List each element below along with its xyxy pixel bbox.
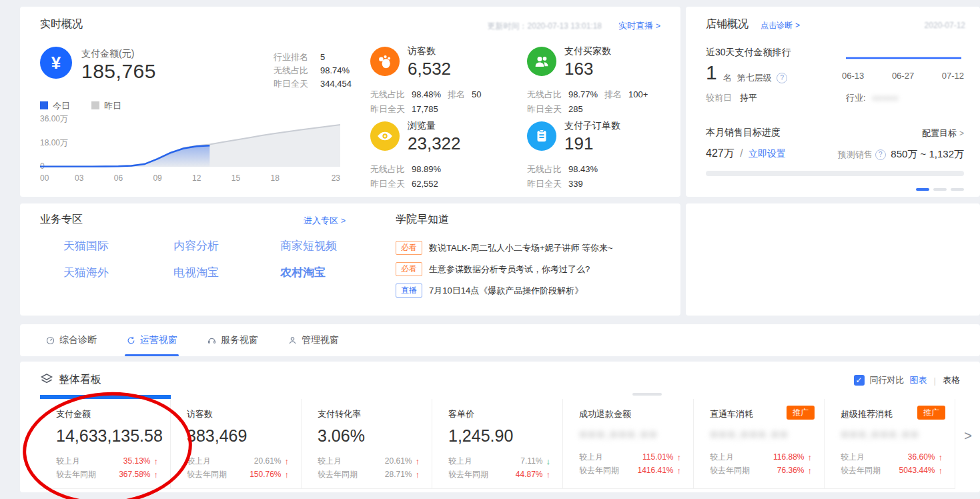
metric-visitors: 访客数 6,532 无线占比98.48%排名50 昨日全天17,785 <box>370 45 525 120</box>
trend-up-icon: ↑ <box>808 452 813 462</box>
headset-icon <box>207 336 217 346</box>
board-controls: ✓ 同行对比 图表 | 表格 <box>854 374 960 386</box>
academy-item-text: 7月10日14点《爆款产品操作阶段解析》 <box>429 285 583 297</box>
view-chart-toggle[interactable]: 图表 <box>910 374 927 386</box>
zone-link-rural-taobao[interactable]: 农村淘宝 <box>280 265 326 280</box>
board-metric-visitors[interactable]: 访客数 383,469 较上月20.61%↑ 较去年同期150.76%↑ <box>171 399 302 488</box>
pagination-dot[interactable] <box>951 188 964 191</box>
enter-zone-link[interactable]: 进入专区> <box>304 215 346 227</box>
zone-link-short-video[interactable]: 商家短视频 <box>280 238 337 254</box>
tab-service-view[interactable]: 服务视窗 <box>207 324 258 356</box>
x-axis-tick: 09 <box>153 173 161 183</box>
rank-unit: 名 <box>723 73 732 83</box>
cmp-label: 较上月 <box>579 452 642 463</box>
board-metric-conversion-rate[interactable]: 支付转化率 3.06% 较上月20.61%↑ 较去年同期28.71%↑ <box>302 399 432 488</box>
zone-link-tv-taobao[interactable]: 电视淘宝 <box>173 265 219 280</box>
board-next-chevron[interactable]: > <box>964 428 972 444</box>
realtime-live-link[interactable]: 实时直播> <box>618 20 660 32</box>
help-icon[interactable]: ? <box>875 149 886 160</box>
shop-title: 店铺概况 <box>706 17 749 31</box>
industry-row: 行业: ●●●●● <box>846 92 899 104</box>
wireless-share-value: 98.74% <box>320 64 350 77</box>
cmp-value: 76.36% <box>777 466 805 475</box>
legend-today-label: 今日 <box>53 101 70 111</box>
visitors-value: 6,532 <box>408 59 451 79</box>
enter-zone-label: 进入专区 <box>304 215 338 225</box>
board-metric-refund-amount[interactable]: 成功退款金额 ●●●,●●●.●● 较上月115.01%↑ 较去年同期1416.… <box>563 399 694 488</box>
stat-value: 62,552 <box>412 179 438 189</box>
vs-prev-value: 持平 <box>740 93 757 103</box>
trend-up-icon: ↑ <box>939 466 943 476</box>
layers-icon <box>40 372 53 386</box>
pay-amount-value: 185,765 <box>81 60 156 83</box>
cmp-label: 较上月 <box>448 456 520 467</box>
cell-label: 成功退款金额 <box>579 408 681 420</box>
cmp-label: 较上月 <box>56 456 123 467</box>
academy-item[interactable]: 必看 数说TALK-周二弘人小二专场+妮子讲师 等你来~ <box>396 241 613 255</box>
goal-progress-bar <box>706 171 964 176</box>
legend-yesterday-label: 昨日 <box>104 101 121 111</box>
vs-prev-day: 较前日 持平 <box>706 92 757 104</box>
tab-management-view[interactable]: 管理视窗 <box>288 324 339 356</box>
rank-section-label: 近30天支付金额排行 <box>706 47 791 59</box>
cell-value: 14,633,135.58 <box>56 426 158 446</box>
legend-today-swatch <box>40 101 48 109</box>
industry-rank-value: 5 <box>320 51 325 64</box>
zone-link-content[interactable]: 内容分析 <box>173 238 219 254</box>
legend-yesterday[interactable]: 昨日 <box>91 100 121 112</box>
tab-label: 运营视窗 <box>140 334 177 346</box>
board-metric-super-recommend-spend[interactable]: 超级推荐消耗 推广 ●●●,●●●.●● 较上月36.60%↑ 较去年同期504… <box>825 399 955 488</box>
metric-pay-buyers: 支付买家数 163 无线占比98.77%排名100+ 昨日全天285 <box>527 45 682 120</box>
shop-date: 2020-07-12 <box>925 21 965 30</box>
stat-label: 排名 <box>448 89 465 100</box>
realtime-live-label: 实时直播 <box>618 21 653 31</box>
chevron-right-icon: > <box>341 216 346 225</box>
tab-operations-view[interactable]: 运营视窗 <box>126 324 177 356</box>
legend-today[interactable]: 今日 <box>40 100 70 112</box>
zone-link-tmall-overseas[interactable]: 天猫海外 <box>63 265 109 280</box>
x-axis-tick: 15 <box>231 173 240 183</box>
help-icon[interactable]: ? <box>777 73 787 83</box>
shop-diagnose-link[interactable]: 点击诊断> <box>761 20 800 31</box>
board-scrollbar-thumb[interactable] <box>632 393 662 396</box>
cell-value-masked: ●●●,●●●.●● <box>841 426 943 442</box>
forecast-value: 850万 ~ 1,132万 <box>891 148 964 159</box>
refresh-icon <box>126 336 136 346</box>
trend-up-icon: ↑ <box>677 466 682 476</box>
cmp-value: 20.61% <box>385 456 412 466</box>
pageviews-value: 23,322 <box>408 133 461 154</box>
trend-up-icon: ↑ <box>154 456 159 466</box>
board-metric-pay-amount[interactable]: 支付金额 14,633,135.58 较上月35.13%↑ 较去年同期367.5… <box>40 399 171 488</box>
x-axis-tick: 23 <box>332 173 340 183</box>
zone-link-tmall-global[interactable]: 天猫国际 <box>63 238 109 254</box>
pagination-dot[interactable] <box>933 188 947 191</box>
tab-label: 服务视窗 <box>221 334 258 346</box>
board-metric-ztc-spend[interactable]: 直通车消耗 推广 ●●●,●●●.●● 较上月116.88%↑ 较去年同期76.… <box>694 399 825 488</box>
stat-label: 无线占比 <box>527 89 562 100</box>
realtime-title: 实时概况 <box>40 17 83 31</box>
stat-value: 98.43% <box>568 164 598 175</box>
peer-compare-checkbox[interactable]: ✓ <box>854 375 865 386</box>
pagination-dot-active[interactable] <box>916 188 929 191</box>
cmp-label: 较上月 <box>841 452 908 463</box>
rank-meta: 名 第七层级 ? <box>723 72 787 84</box>
cell-value-masked: ●●●,●●●.●● <box>710 426 812 442</box>
rank-trend-chart <box>845 55 963 65</box>
view-table-toggle[interactable]: 表格 <box>943 374 960 386</box>
promo-badge: 推广 <box>787 406 815 420</box>
empty-side-card <box>686 203 980 316</box>
zones-title: 业务专区 <box>40 213 83 227</box>
stat-value: 98.77% <box>568 89 598 100</box>
stat-label: 昨日全天 <box>370 179 405 189</box>
chevron-right-icon: > <box>795 21 800 30</box>
view-divider: | <box>934 376 936 386</box>
metric-pageviews: 浏览量 23,322 无线占比98.89% 昨日全天62,552 <box>370 120 525 195</box>
board-metric-avg-order-value[interactable]: 客单价 1,245.90 较上月7.11%↓ 较去年同期44.87%↑ <box>432 399 563 488</box>
academy-item[interactable]: 必看 生意参谋数据分析专员考试，你考过了么? <box>396 262 590 276</box>
academy-item[interactable]: 直播 7月10日14点《爆款产品操作阶段解析》 <box>396 284 583 298</box>
tab-comprehensive-diagnosis[interactable]: 综合诊断 <box>45 324 97 356</box>
pay-amount-label: 支付金额(元) <box>81 48 134 60</box>
config-goal-link[interactable]: 配置目标> <box>922 127 964 139</box>
set-goal-link[interactable]: 立即设置 <box>749 148 786 159</box>
stat-label: 昨日全天 <box>527 104 562 115</box>
